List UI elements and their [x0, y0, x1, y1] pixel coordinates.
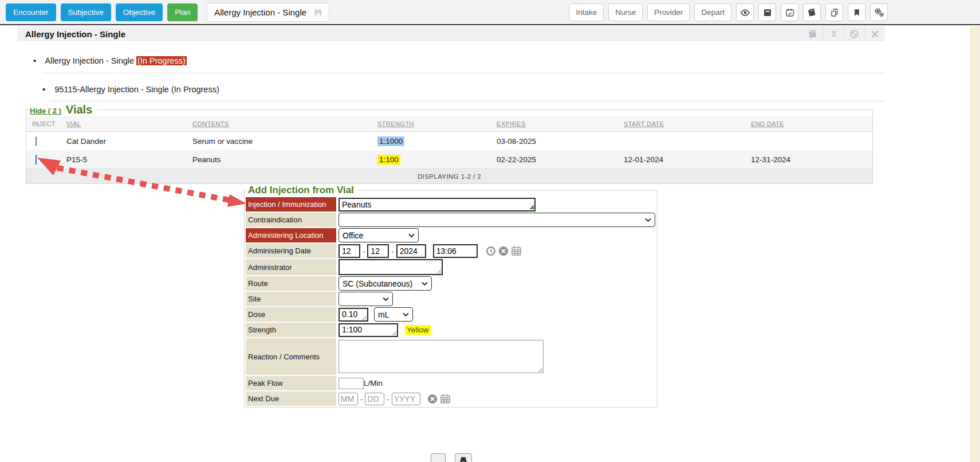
- nurse-button[interactable]: Nurse: [608, 3, 643, 21]
- strength-cell: 1:1000: [377, 136, 404, 146]
- bookmark-icon: [853, 8, 861, 17]
- resize-handle[interactable]: [529, 205, 534, 209]
- contraindication-select[interactable]: [339, 213, 655, 227]
- column-end-date[interactable]: END DATE: [751, 120, 872, 127]
- column-expires[interactable]: EXPIRES: [497, 120, 624, 127]
- gears-icon: [873, 7, 884, 18]
- archive-button[interactable]: [758, 3, 776, 21]
- eye-icon: [740, 7, 750, 18]
- dose-label: Dose: [246, 307, 336, 322]
- gears-button[interactable]: [870, 3, 888, 21]
- date-separator: [391, 246, 393, 256]
- plan-button[interactable]: Plan: [167, 3, 198, 21]
- peak-flow-label: Peak Flow: [246, 376, 336, 390]
- top-toolbar: Encounter Subjective Objective Plan Alle…: [0, 0, 980, 25]
- route-select[interactable]: SC (Subcutaneous): [339, 276, 432, 291]
- chevron-down-icon: [422, 281, 428, 286]
- date-separator: [360, 394, 363, 404]
- table-row: Cat Dander Serum or vaccine 1:1000 03-08…: [26, 132, 872, 150]
- panel-header: Allergy Injection - Single: [17, 26, 885, 41]
- column-start-date[interactable]: START DATE: [624, 120, 751, 127]
- administering-year-input[interactable]: [396, 244, 426, 258]
- status-item-1: Allergy Injection - Single (In Progress): [33, 56, 187, 65]
- page-title: Allergy Injection - Single: [25, 29, 125, 39]
- divider: [42, 73, 885, 73]
- objective-button[interactable]: Objective: [116, 3, 163, 21]
- contents-cell: Serum or vaccine: [192, 137, 377, 146]
- column-contents[interactable]: CONTENTS: [192, 120, 377, 127]
- administrator-label: Administrator: [246, 259, 336, 275]
- administering-month-input[interactable]: [339, 244, 360, 258]
- column-vial[interactable]: VIAL: [66, 120, 192, 127]
- administering-location-select[interactable]: Office: [339, 228, 419, 242]
- contraindication-label: Contraindication: [246, 213, 336, 227]
- close-icon[interactable]: [864, 26, 885, 41]
- chevron-down-icon: [403, 312, 409, 317]
- next-due-year-input[interactable]: [392, 393, 420, 405]
- dose-unit-select[interactable]: mL: [374, 307, 413, 322]
- hide-vials-link[interactable]: Hide ( 2 ): [30, 107, 61, 115]
- clock-icon[interactable]: [486, 246, 496, 256]
- inject-checkbox[interactable]: [36, 155, 37, 165]
- journal-button[interactable]: [803, 3, 821, 21]
- column-strength[interactable]: STRENGTH: [377, 120, 497, 127]
- route-label: Route: [246, 276, 336, 291]
- reaction-comments-input[interactable]: [339, 340, 544, 373]
- inject-checkbox[interactable]: [36, 136, 37, 146]
- intake-button[interactable]: Intake: [569, 3, 604, 21]
- peak-flow-unit: L/Min: [364, 379, 383, 387]
- vertical-scrollbar[interactable]: [970, 26, 980, 462]
- site-label: Site: [246, 292, 336, 306]
- open-template-tab[interactable]: Allergy Injection - Single: [207, 3, 329, 22]
- disable-icon[interactable]: [844, 26, 864, 41]
- clear-icon[interactable]: [498, 246, 509, 256]
- status-item-2-text: 95115-Allergy Injection - Single (In Pro…: [54, 85, 219, 94]
- print-button[interactable]: [455, 453, 472, 462]
- calendar-check-button[interactable]: [781, 3, 798, 21]
- date-separator: [387, 394, 389, 404]
- administrator-input[interactable]: [339, 259, 443, 275]
- administering-day-input[interactable]: [367, 244, 389, 258]
- start-date-cell: 12-01-2024: [624, 155, 751, 164]
- depart-button[interactable]: Depart: [694, 3, 731, 21]
- journal-icon: [807, 7, 817, 17]
- next-due-month-input[interactable]: [339, 393, 358, 405]
- subjective-button[interactable]: Subjective: [61, 3, 111, 21]
- vial-cell: P15-5: [66, 155, 192, 164]
- table-row: P15-5 Peanuts 1:100 02-22-2025 12-01-202…: [26, 150, 872, 169]
- strength-input[interactable]: 1:100: [339, 323, 398, 337]
- save-icon[interactable]: [313, 7, 323, 17]
- site-select[interactable]: [339, 292, 393, 306]
- book-icon[interactable]: [802, 26, 823, 41]
- bookmark-button[interactable]: [848, 3, 865, 21]
- encounter-button[interactable]: Encounter: [6, 3, 56, 21]
- administering-time-input[interactable]: [433, 244, 478, 258]
- peak-flow-input[interactable]: [339, 378, 364, 389]
- reaction-comments-label: Reaction / Comments: [246, 338, 336, 375]
- clear-icon[interactable]: [427, 394, 438, 404]
- copy-button[interactable]: [825, 3, 843, 21]
- next-due-label: Next Due: [246, 391, 336, 406]
- dose-input[interactable]: 0.10: [339, 308, 368, 322]
- vial-cell: Cat Dander: [66, 137, 192, 146]
- eye-button[interactable]: [736, 3, 754, 21]
- printer-icon: [459, 456, 467, 462]
- panel-header-actions: [802, 26, 885, 41]
- soap-nav: Encounter Subjective Objective Plan Alle…: [6, 3, 329, 22]
- provider-button[interactable]: Provider: [647, 3, 690, 21]
- calendar-check-icon: [785, 8, 794, 17]
- add-injection-section: Add Injection from Vial Injection / Immu…: [244, 185, 658, 408]
- end-date-cell: 12-31-2024: [751, 155, 872, 164]
- strength-cell: 1:100: [377, 155, 400, 165]
- injection-immunization-input[interactable]: [339, 198, 536, 212]
- contents-cell: Peanuts: [192, 155, 377, 164]
- expires-cell: 03-08-2025: [497, 137, 624, 146]
- expires-cell: 02-22-2025: [497, 155, 624, 164]
- next-due-day-input[interactable]: [365, 393, 384, 405]
- bottom-action-button[interactable]: [431, 453, 446, 462]
- calendar-icon[interactable]: [440, 393, 451, 404]
- calendar-icon[interactable]: [511, 245, 522, 256]
- strength-label: Strength: [246, 323, 336, 337]
- collapse-chevrons-icon[interactable]: [823, 26, 844, 41]
- table-paging-status: DISPLAYING 1-2 / 2: [26, 169, 872, 183]
